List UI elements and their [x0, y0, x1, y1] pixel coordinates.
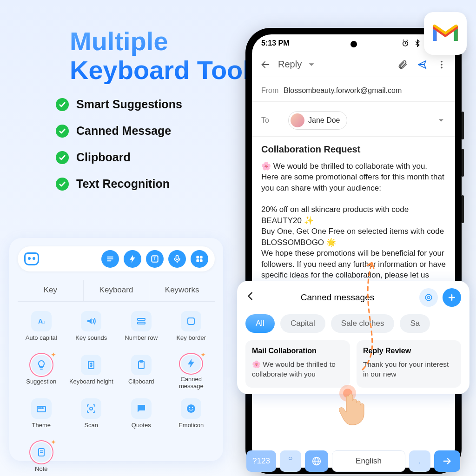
attach-icon[interactable] — [397, 60, 408, 70]
key-dot[interactable]: . — [409, 450, 430, 472]
headline-line2: Keyboard Tools — [70, 56, 264, 85]
svg-rect-7 — [196, 256, 199, 258]
cell-auto-capital[interactable]: Aa Auto capital — [18, 308, 65, 349]
cell-emoticon[interactable]: Emoticon — [168, 396, 215, 436]
bluetooth-icon — [413, 39, 422, 47]
feature-item: Smart Suggestions — [56, 98, 182, 111]
from-value: Blossombeauty.forwork@gmail.com — [284, 86, 402, 95]
toolbar-btn-bolt-icon[interactable] — [124, 250, 141, 268]
svg-point-36 — [441, 60, 443, 62]
bulb-icon — [31, 355, 52, 375]
bot-icon[interactable] — [24, 252, 39, 265]
check-icon — [56, 98, 69, 111]
expand-icon[interactable] — [436, 116, 446, 125]
mail-meta-to: To Jane Doe — [252, 102, 455, 137]
filter-sale-clothes[interactable]: Sale clothes — [331, 314, 395, 333]
toolbar-btn-mic-icon[interactable] — [168, 250, 186, 268]
settings-tab-key[interactable]: Key — [18, 280, 84, 301]
settings-toolbar: T — [18, 246, 215, 271]
note-icon — [31, 442, 52, 463]
cell-canned-message[interactable]: Canned message — [168, 352, 215, 393]
settings-tab-keyboard[interactable]: Keyboard — [84, 280, 150, 301]
back-icon[interactable] — [260, 60, 271, 70]
clipboard-icon — [131, 355, 152, 375]
key-comma[interactable]: ☺ — [280, 450, 301, 472]
key-space[interactable]: English — [332, 450, 405, 472]
svg-text:T: T — [153, 256, 156, 261]
cell-scan[interactable]: Scan — [68, 396, 115, 436]
settings-panel: T Key Keyboard Keyworks Aa Auto capital … — [9, 238, 223, 461]
status-time: 5:13 PM — [261, 39, 289, 47]
svg-rect-8 — [200, 256, 203, 258]
mail-body[interactable]: Collaboration Request 🌸 We would be thri… — [252, 137, 455, 291]
cell-clipboard[interactable]: Clipboard — [118, 352, 165, 393]
toolbar-btn-grid-icon[interactable] — [191, 250, 208, 268]
keyboard-bottom-row: ?123 ☺ English . — [244, 448, 463, 474]
key-globe[interactable] — [305, 450, 328, 472]
svg-point-24 — [187, 404, 195, 413]
height-icon — [81, 355, 101, 375]
auto-capital-icon: Aa — [31, 311, 52, 331]
canned-card-mail-collab[interactable]: Mail Collaboration 🌸 We would be thrille… — [245, 340, 350, 388]
phone-screen: 5:13 PM Reply From — [252, 34, 455, 468]
cell-theme[interactable]: Theme — [18, 396, 65, 436]
svg-point-37 — [441, 64, 443, 66]
cell-note[interactable]: Note — [18, 439, 65, 476]
svg-point-25 — [189, 407, 191, 409]
cell-key-border[interactable]: Key border — [168, 308, 215, 349]
canned-title: Canned messages — [260, 292, 415, 303]
toolbar-btn-lines-icon[interactable] — [101, 250, 119, 268]
sound-icon — [81, 311, 101, 331]
recipient-chip[interactable]: Jane Doe — [288, 111, 347, 130]
canned-settings-icon[interactable] — [419, 288, 438, 307]
canned-filters: All Capital Sale clothes Sa — [245, 314, 461, 333]
svg-point-23 — [90, 407, 93, 410]
svg-point-20 — [39, 408, 40, 409]
svg-point-21 — [40, 408, 41, 409]
feature-item: Canned Message — [56, 124, 182, 138]
bolt-icon — [181, 355, 201, 373]
more-icon[interactable] — [436, 60, 447, 70]
canned-add-button[interactable] — [443, 288, 461, 307]
key-enter[interactable] — [434, 450, 460, 472]
canned-cards: Mail Collaboration 🌸 We would be thrille… — [245, 340, 461, 388]
to-label: To — [261, 116, 284, 125]
key-symbols[interactable]: ?123 — [246, 450, 276, 472]
svg-point-38 — [441, 66, 443, 68]
svg-rect-15 — [188, 318, 194, 324]
cell-number-row[interactable]: Number row — [118, 308, 165, 349]
feature-item: Text Recognition — [56, 177, 182, 191]
recipient-name: Jane Doe — [308, 116, 340, 125]
cell-keyboard-height[interactable]: Keyboard height — [68, 352, 115, 393]
svg-rect-14 — [138, 322, 145, 324]
filter-more[interactable]: Sa — [400, 314, 430, 333]
svg-rect-13 — [138, 318, 145, 320]
dropdown-icon[interactable] — [306, 60, 317, 70]
canned-back-icon[interactable] — [245, 291, 256, 304]
filter-all[interactable]: All — [245, 314, 275, 333]
cell-quotes[interactable]: Quotes — [118, 396, 165, 436]
headline: Multiple Keyboard Tools — [70, 27, 264, 84]
canned-card-reply-review[interactable]: Reply Review Thank you for your interest… — [357, 340, 461, 388]
mail-meta: From Blossombeauty.forwork@gmail.com — [252, 77, 455, 102]
svg-point-40 — [428, 297, 430, 299]
settings-tab-keyworks[interactable]: Keyworks — [149, 280, 215, 301]
from-label: From — [261, 86, 284, 95]
toolbar-btn-text-icon[interactable]: T — [146, 250, 164, 268]
feature-item: Clipboard — [56, 151, 182, 164]
svg-point-22 — [42, 408, 43, 409]
quotes-icon — [131, 398, 152, 419]
feature-label: Clipboard — [76, 151, 131, 164]
svg-rect-5 — [176, 256, 178, 260]
key-border-icon — [181, 311, 201, 331]
cell-suggestion[interactable]: Suggestion — [18, 352, 65, 393]
svg-rect-18 — [140, 360, 143, 362]
cell-key-sounds[interactable]: Key sounds — [68, 308, 115, 349]
theme-icon — [31, 398, 52, 419]
card-title: Reply Review — [363, 347, 455, 355]
svg-point-39 — [425, 294, 431, 300]
send-icon[interactable] — [417, 60, 427, 70]
svg-rect-9 — [196, 259, 199, 262]
filter-capital[interactable]: Capital — [280, 314, 325, 333]
svg-point-26 — [192, 407, 193, 409]
